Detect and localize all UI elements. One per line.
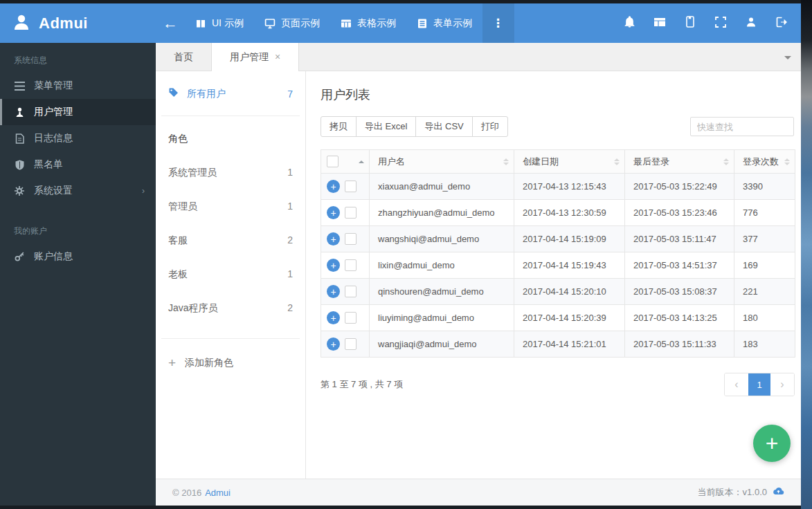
- nav-item-page-demo[interactable]: 页面示例: [254, 3, 330, 43]
- sidebar-item-menu-management[interactable]: 菜单管理: [0, 73, 156, 99]
- role-list-item[interactable]: 老板 1: [168, 268, 293, 281]
- header-last-login[interactable]: 最后登录: [625, 150, 734, 174]
- role-count: 1: [287, 201, 293, 213]
- row-checkbox[interactable]: [345, 338, 357, 350]
- panel-divider: [161, 115, 300, 116]
- brand[interactable]: Admui: [0, 3, 156, 43]
- layout-icon: [653, 17, 666, 30]
- footer-version: 当前版本：v1.0.0: [698, 486, 784, 499]
- row-checkbox[interactable]: [345, 233, 357, 245]
- sidebar-item-account-info[interactable]: 账户信息: [0, 243, 156, 270]
- add-user-fab-button[interactable]: +: [753, 425, 791, 462]
- layout-panel-button[interactable]: [644, 3, 675, 43]
- book-icon: [195, 18, 206, 29]
- row-checkbox[interactable]: [345, 312, 357, 324]
- row-expand-button[interactable]: +: [327, 311, 340, 324]
- brand-title: Admui: [39, 15, 88, 33]
- cell-login-count: 776: [734, 200, 795, 226]
- roles-header: 角色: [168, 133, 293, 145]
- header-created-date[interactable]: 创建日期: [514, 150, 625, 174]
- sort-icons: [723, 158, 729, 165]
- row-expand-button[interactable]: +: [327, 285, 340, 298]
- role-list-item[interactable]: 客服 2: [168, 234, 293, 247]
- header-login-count[interactable]: 登录次数: [734, 150, 795, 174]
- table-row[interactable]: + wangjiaqi@admui_demo 2017-04-14 15:21:…: [321, 331, 795, 358]
- row-expand-button[interactable]: +: [327, 180, 340, 193]
- nav-item-ui-demo[interactable]: UI 示例: [185, 3, 254, 43]
- nav-item-table-demo[interactable]: 表格示例: [330, 3, 406, 43]
- tab-close-icon[interactable]: ×: [275, 51, 280, 62]
- table-row[interactable]: + wangshiqi@admui_demo 2017-04-14 15:19:…: [321, 226, 795, 252]
- table-row[interactable]: + xiaxuan@admui_demo 2017-04-13 12:15:43…: [321, 174, 795, 200]
- pagination-next-button[interactable]: ›: [770, 373, 794, 396]
- toolbar-button[interactable]: 导出 CSV: [415, 116, 472, 137]
- user-menu-button[interactable]: [736, 3, 766, 43]
- cell-login-count: 169: [734, 252, 795, 279]
- role-list-item[interactable]: 系统管理员 1: [168, 167, 293, 179]
- bell-icon: [624, 16, 635, 30]
- table-row[interactable]: + lixin@admui_demo 2017-04-14 15:19:43 2…: [321, 252, 795, 279]
- nav-more-button[interactable]: ⋮: [482, 3, 514, 43]
- table-row[interactable]: + qinshouren@admui_demo 2017-04-14 15:20…: [321, 279, 795, 305]
- gear-icon: [14, 186, 25, 196]
- cell-login-count: 377: [734, 226, 795, 252]
- fullscreen-icon: [715, 17, 726, 30]
- cell-created: 2017-04-14 15:20:39: [514, 305, 625, 331]
- logout-button[interactable]: [766, 3, 797, 43]
- row-expand-button[interactable]: +: [327, 259, 340, 272]
- toolbar-button[interactable]: 导出 Excel: [356, 116, 416, 137]
- sidebar-section-account: 我的账户: [0, 214, 156, 243]
- role-count: 1: [287, 268, 293, 281]
- mobile-device-button[interactable]: [675, 3, 705, 43]
- notifications-button[interactable]: [614, 3, 644, 43]
- header-username[interactable]: 用户名: [370, 150, 514, 174]
- cell-username: zhangzhiyuan@admui_demo: [370, 200, 514, 226]
- tab-list-dropdown-icon[interactable]: [784, 56, 791, 59]
- row-checkbox[interactable]: [345, 286, 357, 297]
- sidebar-item-blacklist[interactable]: 黑名单: [0, 151, 156, 178]
- search-input[interactable]: [690, 117, 794, 136]
- mobile-icon: [685, 16, 695, 30]
- sidebar-item-log-info[interactable]: 日志信息: [0, 125, 156, 151]
- pagination-prev-button[interactable]: ‹: [725, 373, 748, 396]
- pagination-page-1[interactable]: 1: [748, 373, 770, 396]
- cloud-upload-icon[interactable]: [773, 487, 784, 498]
- tag-icon: [168, 87, 179, 100]
- cell-username: qinshouren@admui_demo: [370, 279, 514, 305]
- row-expand-button[interactable]: +: [327, 232, 340, 246]
- role-name: 客服: [168, 234, 188, 247]
- role-count: 2: [287, 234, 293, 247]
- chevron-right-icon: ›: [142, 186, 145, 196]
- sort-asc-icon: [359, 160, 364, 163]
- brand-user-icon: [11, 12, 32, 35]
- fullscreen-button[interactable]: [705, 3, 736, 43]
- sidebar-item-system-settings[interactable]: 系统设置 ›: [0, 178, 156, 204]
- select-all-checkbox[interactable]: [327, 156, 339, 167]
- row-expand-button[interactable]: +: [327, 206, 340, 219]
- toolbar-button[interactable]: 拷贝: [321, 116, 357, 137]
- nav-item-form-demo[interactable]: 表单示例: [406, 3, 482, 43]
- add-role-button[interactable]: + 添加新角色: [168, 356, 293, 369]
- role-list-item[interactable]: 管理员 1: [168, 201, 293, 213]
- table-row[interactable]: + zhangzhiyuan@admui_demo 2017-04-13 12:…: [321, 200, 795, 226]
- sign-out-icon: [776, 17, 788, 30]
- panel-divider: [161, 338, 300, 339]
- cell-last-login: 2017-05-03 14:13:25: [625, 305, 734, 331]
- cell-login-count: 180: [734, 305, 795, 331]
- sidebar-item-user-management[interactable]: 用户管理: [0, 99, 156, 125]
- all-users-filter[interactable]: 所有用户 7: [168, 87, 293, 100]
- add-role-label: 添加新角色: [185, 357, 233, 369]
- footer-brand-link[interactable]: Admui: [205, 488, 231, 498]
- tab-home[interactable]: 首页: [156, 43, 212, 71]
- tab-user-management[interactable]: 用户管理×: [212, 43, 299, 71]
- row-expand-button[interactable]: +: [327, 337, 340, 351]
- cell-last-login: 2017-05-03 15:11:33: [625, 331, 734, 358]
- row-checkbox[interactable]: [345, 259, 357, 271]
- sidebar-collapse-button[interactable]: ←: [156, 3, 185, 43]
- row-checkbox[interactable]: [345, 181, 357, 192]
- header-select-column[interactable]: [321, 150, 370, 174]
- role-list-item[interactable]: Java程序员 2: [168, 302, 293, 315]
- table-row[interactable]: + liuyiming@admui_demo 2017-04-14 15:20:…: [321, 305, 795, 331]
- toolbar-button[interactable]: 打印: [472, 116, 508, 137]
- row-checkbox[interactable]: [345, 207, 357, 219]
